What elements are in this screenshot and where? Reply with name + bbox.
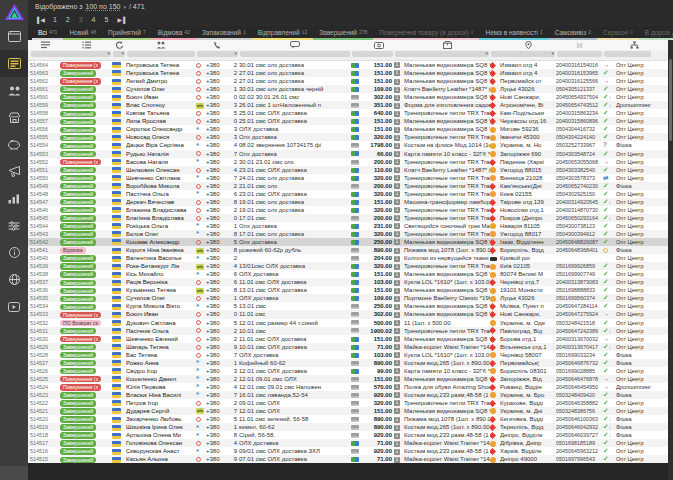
sidebar-item-video[interactable] (0, 293, 28, 320)
filter-caret-icon[interactable]: ▾ (551, 50, 554, 56)
sidebar-item-stats[interactable] (0, 185, 28, 212)
filter-caret-icon[interactable]: ▾ (107, 50, 110, 56)
table-row[interactable]: 514552Повернення (зБасова Наталя*+380230… (28, 158, 673, 166)
table-row[interactable]: 514515ЗавершенийКасьян Альона+380907.01 … (28, 455, 673, 463)
list-icon[interactable] (60, 40, 112, 50)
scrollbar-thumb[interactable] (669, 59, 672, 141)
tab-нема-в-наявності[interactable]: Нема в наявності1 (479, 26, 548, 40)
table-row[interactable]: 514553ЗавершенийРудько Наталія+3807Олх д… (28, 150, 673, 158)
filter-input-5[interactable] (240, 51, 350, 57)
tab-завершений[interactable]: Завершений278 (313, 26, 373, 40)
sidebar-item-clients[interactable] (0, 77, 28, 104)
table-row[interactable]: 514523ЗавершенийВласюк Ніна Василі*+3807… (28, 391, 673, 399)
table-row[interactable]: 514560ЗавершенийБокоч Иван+380002.02 30.… (28, 93, 673, 101)
filter-caret-icon[interactable]: ▾ (234, 50, 237, 56)
table-row[interactable]: 514563ЗавершенийПетровська Тетяна+380227… (28, 69, 673, 77)
app-logo-icon[interactable] (0, 1, 28, 23)
table-row[interactable]: 514530Повернення (зШевченко Евгений+3802… (28, 335, 673, 343)
page-2[interactable]: 2 (66, 16, 70, 23)
location-pin-icon[interactable] (500, 40, 556, 50)
page-4[interactable]: 4 (92, 16, 96, 23)
table-row[interactable]: 514529ЗавершенийШапарь Тетяна+380910.01 … (28, 343, 673, 351)
table-row[interactable]: 514535ЗавершенийСучилов Олег+3801ОЛХ дос… (28, 294, 673, 302)
table-row[interactable]: 514533Повернення (зБокоч Иван+380011.01 … (28, 310, 673, 318)
table-row[interactable]: 514562Повернення (зЛегкий Дмитро+380227.… (28, 77, 673, 85)
table-row[interactable]: 514544ЗавершенийРокіцька Ольга*+3801Олх … (28, 222, 673, 230)
tab-запакований[interactable]: Запакований1 (196, 26, 252, 40)
table-row[interactable]: 514547ЗавершенийДеркач Вячеслав+380819.0… (28, 198, 673, 206)
sidebar-item-store[interactable] (0, 104, 28, 131)
table-row[interactable]: 514564Повернення (зПетровська Тетяна+380… (28, 61, 673, 69)
table-row[interactable]: 514550ЗавершенийШевченко Світлана*+38072… (28, 174, 673, 182)
table-row[interactable]: 514555ЗавершенийНовосад Олеся+3803Олх до… (28, 133, 673, 141)
vertical-scrollbar[interactable] (668, 40, 673, 480)
page-1[interactable]: 1 (53, 16, 57, 23)
table-row[interactable]: 514536ЗавершенийКузьменко Тетянаolx+3808… (28, 286, 673, 294)
tab-прийнятий[interactable]: Прийнятий7 (102, 26, 152, 40)
table-row[interactable]: 514551ЗавершенийШелковин Олексан+380423.… (28, 166, 673, 174)
table-row[interactable]: 514518ЗавершенийАртюхіна Олена Ми*+3808С… (28, 431, 673, 439)
table-row[interactable]: 514520ЗавершенийЗахарченко Любовь+380511… (28, 415, 673, 423)
table-row[interactable]: 514531ЗавершенийПасічник Ольга+380210.01… (28, 327, 673, 335)
table-row[interactable]: 514545ЗавершенийБлагінна Владіслава+3800… (28, 214, 673, 222)
sidebar-item-info[interactable] (0, 239, 28, 266)
table-row[interactable]: 514519ЗавершенийШишкіна Ірина Олек*+3801… (28, 423, 673, 431)
table-row[interactable]: 514522ЗавершенийПетров Ігор+380209.01 см… (28, 399, 673, 407)
table-row[interactable]: 514548ЗавершенийПастічна Ольга*+380623.0… (28, 190, 673, 198)
tab-в-дорозі-додому[interactable]: В дорозі додому0 (639, 26, 673, 40)
table-row[interactable]: 514541ВідмоваКоротя Ніна Іванівнаolx+380… (28, 246, 673, 254)
table-row[interactable]: 514549ЗавершенийВоробйова Микола+380221.… (28, 182, 673, 190)
filter-input-3[interactable] (127, 51, 195, 57)
table-row[interactable]: 514537ЗавершенийРаців Вероніка+380611.01… (28, 278, 673, 286)
sidebar-collapse[interactable] (0, 466, 28, 480)
filter-caret-icon[interactable]: ▾ (121, 50, 124, 56)
page-3[interactable]: 3 (79, 16, 83, 23)
table-row[interactable]: 514534ЗавершенийКурта Микола Вікто*+3805… (28, 302, 673, 310)
table-row[interactable]: 514532ПО Возврат скДукович Світлана+3805… (28, 319, 673, 327)
sidebar-item-announce[interactable] (0, 158, 28, 185)
table-row[interactable]: 514559ЗавершенийВлас Слотноуolx+380326.0… (28, 101, 673, 109)
table-row[interactable]: 514516ЗавершенийСкворунская Анаст*+38090… (28, 447, 673, 455)
filter-input-8[interactable]: ▾ (491, 51, 555, 57)
phone-icon[interactable] (206, 40, 227, 50)
money-icon[interactable] (363, 40, 394, 50)
table-row[interactable]: 514517ЗавершенийГоловінова Олексан+3804О… (28, 439, 673, 447)
last-page-icon[interactable]: ▶▐ (117, 16, 124, 23)
table-row[interactable]: 514543ЗавершенийБєлов Олег*+380817.01 см… (28, 230, 673, 238)
product-icon[interactable] (404, 40, 490, 50)
tracking-icon[interactable]: }:{ (556, 40, 603, 50)
tab-відмова[interactable]: Відмова42 (152, 26, 196, 40)
shown-range[interactable]: 100 по 150 (86, 3, 121, 10)
table-row[interactable]: 514526ЗавершенийСвідро Ігор*+380312.01 с… (28, 367, 673, 375)
table-row[interactable]: 514557ЗавершенийЛила Ярослав+380025.01 с… (28, 117, 673, 125)
sidebar-item-finance[interactable] (0, 131, 28, 158)
filter-input-1[interactable]: ▾ (31, 51, 111, 57)
table-row[interactable]: 514521ЗавершенийДударев Сергійolx+380712… (28, 407, 673, 415)
table-row[interactable]: 514540ЗавершенийВалентина Василье*+38022… (28, 254, 673, 262)
sidebar-item-orders[interactable] (0, 50, 28, 77)
filter-input-7[interactable]: ▾ (395, 51, 489, 57)
tab-сервісні[interactable]: Сервісні0 (597, 26, 639, 40)
table-row[interactable]: 514528ЗавершенийБас Тетяна+3807ОЛХ доста… (28, 351, 673, 359)
clients-icon[interactable] (126, 40, 196, 50)
table-row[interactable]: 514538ЗавершенийКісь Михайло*+3806ОЛХ до… (28, 270, 673, 278)
filter-input-2[interactable]: ▾ (113, 51, 125, 57)
comment-icon[interactable] (239, 40, 351, 50)
refresh-icon[interactable] (112, 40, 126, 50)
table-row[interactable]: 514556ЗавершенийСиротюк Олександр*+3803О… (28, 125, 673, 133)
table-row[interactable]: 514525Повернення (зКошеленко Данил*+3802… (28, 375, 673, 383)
table-row[interactable]: 514558ЗавершенийКовпак Татьяна+380525.01… (28, 109, 673, 117)
table-row[interactable]: 514561ЗавершенийСучилов Олег+380130.01 с… (28, 85, 673, 93)
tab-повернення-товару-в-дорозі-[interactable]: Повернення товару (в дорозі)0 (373, 26, 479, 40)
first-page-icon[interactable]: ▌◀ (37, 16, 44, 23)
rows-icon[interactable] (30, 40, 60, 50)
table-row[interactable]: 514554ЗавершенийДацюк Віра Сергіяна*+380… (28, 141, 673, 149)
table-row[interactable]: 514542ЗавершенийКошмак Александр+3805Олх… (28, 238, 673, 246)
table-row[interactable]: 514524Повернення (зЮлія Первова*+380412.… (28, 383, 673, 391)
page-5[interactable]: 5 (105, 16, 109, 23)
table-row[interactable]: 514546ЗавершенийБлажена Владислава+38021… (28, 206, 673, 214)
filter-input-6[interactable] (352, 51, 393, 57)
filter-caret-icon[interactable]: ▾ (485, 50, 488, 56)
filter-input-9[interactable] (557, 51, 602, 57)
network-icon[interactable] (616, 40, 652, 50)
